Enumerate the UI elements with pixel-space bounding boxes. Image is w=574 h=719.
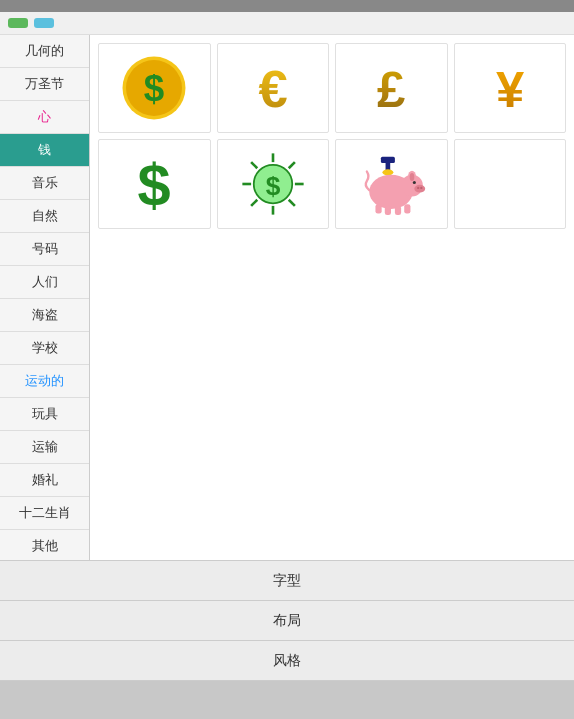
svg-text:$: $ [265, 171, 280, 201]
svg-point-26 [420, 187, 422, 189]
svg-rect-31 [404, 204, 410, 213]
sidebar-item-pirate[interactable]: 海盗 [0, 299, 89, 332]
svg-point-27 [413, 181, 416, 184]
sidebar-item-sports[interactable]: 运动的 [0, 365, 89, 398]
svg-text:$: $ [144, 68, 164, 109]
svg-rect-30 [395, 206, 401, 215]
sidebar-item-people[interactable]: 人们 [0, 266, 89, 299]
sidebar-item-other[interactable]: 其他 [0, 530, 89, 560]
svg-point-23 [410, 173, 415, 181]
sidebar-item-transport[interactable]: 运输 [0, 431, 89, 464]
add-text-button[interactable] [34, 18, 54, 28]
shape-euro[interactable]: € [217, 43, 330, 133]
svg-point-24 [415, 185, 426, 193]
svg-point-25 [417, 187, 419, 189]
sidebar-item-halloween[interactable]: 万圣节 [0, 68, 89, 101]
shape-grid: $ € [98, 43, 566, 229]
sidebar-item-school[interactable]: 学校 [0, 332, 89, 365]
svg-text:$: $ [138, 152, 171, 219]
svg-text:¥: ¥ [496, 61, 524, 118]
title-bar [0, 0, 574, 12]
svg-rect-28 [376, 204, 382, 213]
sidebar-item-nature[interactable]: 自然 [0, 200, 89, 233]
svg-line-12 [289, 200, 295, 206]
svg-text:£: £ [377, 61, 405, 118]
shape-dollar-coin[interactable]: $ [98, 43, 211, 133]
bottom-tab-style[interactable]: 风格 [0, 641, 574, 681]
sidebar-item-music[interactable]: 音乐 [0, 167, 89, 200]
bottom-tab-layout[interactable]: 布局 [0, 601, 574, 641]
sidebar-item-heart[interactable]: 心 [0, 101, 89, 134]
svg-point-19 [383, 169, 394, 175]
bottom-tab-font[interactable]: 字型 [0, 561, 574, 601]
bottom-tabs: 字型布局风格 [0, 560, 574, 680]
shape-yen[interactable]: ¥ [454, 43, 567, 133]
add-image-button[interactable] [8, 18, 28, 28]
sidebar-item-money[interactable]: 钱 [0, 134, 89, 167]
svg-line-11 [251, 162, 257, 168]
sidebar-item-wedding[interactable]: 婚礼 [0, 464, 89, 497]
sidebar-item-toys[interactable]: 玩具 [0, 398, 89, 431]
svg-text:€: € [258, 59, 287, 118]
sidebar: 几何的万圣节心钱音乐自然号码人们海盗学校运动的玩具运输婚礼十二生肖其他 [0, 35, 90, 560]
svg-line-13 [289, 162, 295, 168]
sidebar-item-number[interactable]: 号码 [0, 233, 89, 266]
main-area: 几何的万圣节心钱音乐自然号码人们海盗学校运动的玩具运输婚礼十二生肖其他 $ € [0, 35, 574, 560]
sidebar-item-zodiac[interactable]: 十二生肖 [0, 497, 89, 530]
shape-pound[interactable]: £ [335, 43, 448, 133]
shape-empty [454, 139, 567, 229]
toolbar [0, 12, 574, 35]
sidebar-item-geometric[interactable]: 几何的 [0, 35, 89, 68]
svg-rect-29 [385, 206, 391, 215]
shape-dollar-burst[interactable]: $ [217, 139, 330, 229]
shape-dollar-sign[interactable]: $ [98, 139, 211, 229]
shape-piggy-bank[interactable] [335, 139, 448, 229]
content-area: $ € [90, 35, 574, 560]
svg-line-14 [251, 200, 257, 206]
